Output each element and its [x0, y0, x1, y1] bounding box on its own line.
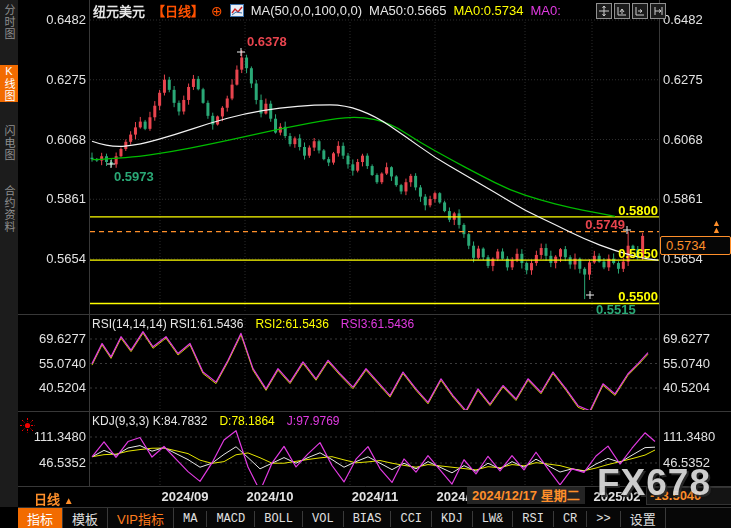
axis-main-left-label-1: 0.6275 [24, 72, 86, 87]
axis-main-left-label-4: 0.5654 [24, 251, 86, 266]
rsi2-value: RSI2:61.5436 [255, 317, 328, 331]
toolbar-item-MA[interactable]: MA [174, 511, 207, 527]
time-axis-label-1: 2024/10 [247, 489, 294, 504]
ma0-value-yellow: MA0:0.5734 [453, 3, 523, 18]
toolbar-item-[interactable]: 指标 [18, 508, 63, 528]
ma50-value: MA50:0.5665 [369, 3, 446, 18]
axis-rsi-right-label-1: 55.0740 [663, 356, 729, 371]
axis-rsi-left-label-1: 55.0740 [24, 356, 86, 371]
toolbar-item-RSI[interactable]: RSI [513, 511, 554, 527]
ma-chart-icon[interactable] [230, 4, 244, 17]
axis-main-right-label-2: 0.6068 [663, 132, 729, 147]
axis-main-right-label-0: 0.6482 [663, 12, 729, 27]
sidebar-tab-2[interactable]: K线图 [0, 65, 18, 102]
crosshair-date-box: 2024/12/17 星期二 [467, 487, 585, 504]
ma0-value-magenta: MA0: [531, 3, 561, 18]
high-point-label: 0.6378 [247, 34, 287, 49]
period-selector[interactable]: 日线 ▲ [34, 489, 74, 508]
toolbar-item-BIAS[interactable]: BIAS [344, 511, 392, 527]
sidebar-tab-3[interactable]: 闪电图 [0, 125, 18, 161]
indicator-toolbar: 指标模板VIP指标MAMACDBOLLVOLBIASCCIKDJLW&RSICR… [18, 507, 731, 528]
axis-scale-right-icon[interactable] [632, 3, 648, 19]
early-low-point-label: 0.5973 [114, 169, 154, 184]
toolbar-item-[interactable]: 设置 [621, 508, 666, 528]
axis-rsi-left-label-0: 69.6277 [24, 331, 86, 346]
axis-scale-up-icon[interactable] [614, 3, 630, 19]
kdj-header: KDJ(9,3,3) K:84.7832 D:78.1864 J:97.9769 [92, 414, 340, 428]
chart-canvas[interactable] [0, 0, 731, 528]
axis-rsi-right-label-2: 40.5204 [663, 380, 729, 395]
kdj-j-value: J:97.9769 [287, 414, 340, 428]
kdj-d-value: D:78.1864 [219, 414, 274, 428]
axis-main-left-label-3: 0.5861 [24, 191, 86, 206]
fx678-watermark: FX678 [597, 462, 711, 504]
level-label-5650: 0.5650 [578, 246, 658, 261]
ma-settings-label: MA(50,0,0,100,0,0) [251, 3, 362, 18]
rsi3-value: RSI3:61.5436 [341, 317, 414, 331]
time-axis-label-0: 2024/09 [162, 489, 209, 504]
chevron-up-icon: ▲ [64, 495, 74, 506]
crosshair-move-icon[interactable] [596, 3, 612, 19]
low-point-label: 0.5515 [596, 302, 636, 317]
toolbar-item-[interactable]: 模板 [63, 508, 108, 528]
level-label-5749: 0.5749 [545, 217, 625, 232]
chart-application-window: 分时图K线图闪电图合约资料 纽元美元 【日线】 ⊕ MA(50,0,0,100,… [0, 0, 731, 528]
alert-spark-icon[interactable] [20, 418, 35, 437]
axis-kdj-right-label-0: 111.3480 [663, 429, 729, 444]
toolbar-item-VOL[interactable]: VOL [303, 511, 344, 527]
axis-rsi-left-label-2: 40.5204 [24, 380, 86, 395]
axis-main-left-label-0: 0.6482 [24, 12, 86, 27]
rsi1-value: RSI(14,14,14) RSI1:61.5436 [92, 317, 243, 331]
toolbar-item-CCI[interactable]: CCI [391, 511, 432, 527]
symbol-name: 纽元美元 [93, 1, 145, 20]
toolbar-item-[interactable]: >> [587, 511, 620, 527]
axis-kdj-left-label-1: 46.5352 [24, 455, 86, 470]
left-sidebar: 分时图K线图闪电图合约资料 [0, 0, 18, 507]
axis-main-right-label-3: 0.5861 [663, 191, 729, 206]
kdj-k-value: KDJ(9,3,3) K:84.7832 [92, 414, 207, 428]
time-axis-label-2: 2024/11 [352, 489, 398, 504]
scroll-to-latest-icon[interactable]: ▲▲ [712, 220, 721, 234]
sidebar-tab-4[interactable]: 合约资料 [0, 185, 18, 233]
last-price-tag: 0.5734 [660, 236, 731, 255]
chart-info-bar: 纽元美元 【日线】 ⊕ MA(50,0,0,100,0,0) MA50:0.56… [93, 2, 561, 19]
rsi-header: RSI(14,14,14) RSI1:61.5436 RSI2:61.5436 … [92, 317, 414, 331]
toolbar-item-BOLL[interactable]: BOLL [255, 511, 303, 527]
period-selector-label: 日线 [34, 492, 60, 507]
add-indicator-icon[interactable]: ⊕ [211, 3, 223, 19]
axis-rsi-right-label-0: 69.6277 [663, 331, 729, 346]
pan-to-latest-icon[interactable] [650, 3, 666, 19]
level-label-5800: 0.5800 [578, 203, 658, 218]
sidebar-tab-1[interactable]: 分时图 [0, 4, 18, 40]
toolbar-item-MACD[interactable]: MACD [207, 511, 255, 527]
toolbar-item-LW[interactable]: LW& [473, 511, 514, 527]
toolbar-item-VIP[interactable]: VIP指标 [108, 508, 174, 528]
toolbar-item-KDJ[interactable]: KDJ [432, 511, 473, 527]
toolbar-item-CR[interactable]: CR [554, 511, 587, 527]
axis-main-left-label-2: 0.6068 [24, 132, 86, 147]
chart-tool-buttons [596, 3, 666, 19]
period-tag: 【日线】 [152, 1, 204, 20]
axis-main-right-label-1: 0.6275 [663, 72, 729, 87]
